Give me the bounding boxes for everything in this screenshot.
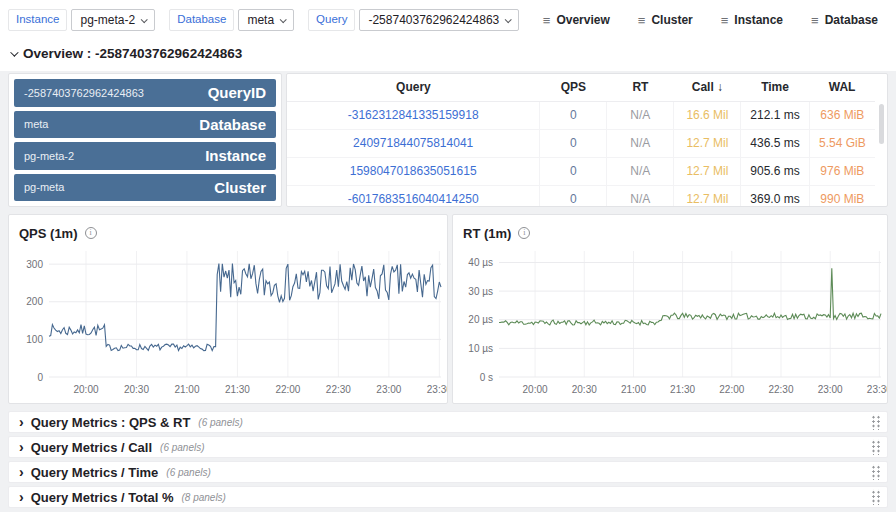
svg-text:20 µs: 20 µs [468,314,493,325]
dashboard-link-overview[interactable]: ≡Overview [543,13,610,27]
row-title: Query Metrics / Total % [31,490,174,505]
chevron-right-icon: › [19,465,24,479]
drag-handle-icon[interactable] [870,414,881,430]
stat-database: metaDatabase [14,111,276,139]
chevron-right-icon: › [19,490,24,504]
link-label: Instance [734,13,783,27]
svg-text:0: 0 [37,372,43,383]
query-link[interactable]: 1598047018635051615 [287,157,540,185]
wal-value: 976 MiB [809,157,875,185]
svg-text:10 µs: 10 µs [468,343,493,354]
variable-label: Instance [8,9,67,31]
rt-value: N/A [607,157,674,185]
time-value: 212.1 ms [741,101,809,129]
svg-text:40 µs: 40 µs [468,257,493,268]
chevron-down-icon [141,16,148,23]
chevron-down-icon [505,16,512,23]
link-label: Cluster [651,13,692,27]
table-scrollbar[interactable] [879,104,884,144]
dashboard-header: Instancepg-meta-2DatabasemetaQuery-25874… [0,0,896,38]
link-label: Overview [556,13,609,27]
table-row: -60176835160404142500N/A12.7 Mil369.0 ms… [287,185,875,207]
stat-cluster: pg-metaCluster [14,174,276,202]
column-header-rt[interactable]: RT [607,74,674,101]
query-info-panel: -2587403762962424863QueryIDmetaDatabasep… [8,73,282,207]
svg-text:20:30: 20:30 [572,384,597,395]
stat-queryid: -2587403762962424863QueryID [14,79,276,107]
variable-select-query[interactable]: -2587403762962424863 [359,9,519,31]
svg-text:21:00: 21:00 [621,384,646,395]
stat-label: Instance [205,147,266,164]
table-row: 15980470186350516150N/A12.7 Mil905.6 ms9… [287,157,875,185]
series-line [49,264,441,351]
rt-value: N/A [607,129,674,157]
svg-text:300: 300 [26,259,43,270]
chart-title: RT (1m)i [453,215,887,243]
info-icon[interactable]: i [518,227,530,239]
column-header-query[interactable]: Query [287,74,540,101]
hamburger-icon: ≡ [543,14,551,27]
time-value: 905.6 ms [741,157,809,185]
hamburger-icon: ≡ [721,14,729,27]
table-row: -31623128413351599180N/A16.6 Mil212.1 ms… [287,101,875,129]
svg-text:20:00: 20:00 [523,384,548,395]
variable-select-instance[interactable]: pg-meta-2 [71,9,155,31]
hamburger-icon: ≡ [811,14,819,27]
info-icon[interactable]: i [85,227,97,239]
row-title: Query Metrics / Call [31,440,152,455]
collapsed-row[interactable]: ›Query Metrics : QPS & RT(6 panels) [8,411,888,433]
query-link[interactable]: -6017683516040414250 [287,185,540,207]
collapsed-row[interactable]: ›Query Metrics / Call(6 panels) [8,436,888,458]
svg-text:200: 200 [26,296,43,307]
stat-value: meta [24,118,48,130]
column-header-time[interactable]: Time [741,74,809,101]
variable-group-database: Databasemeta [169,9,294,31]
column-header-wal[interactable]: WAL [809,74,875,101]
stat-label: QueryID [208,84,266,101]
row-panel-count: (6 panels) [166,467,210,478]
query-link[interactable]: 240971844075814041 [287,129,540,157]
svg-text:100: 100 [26,334,43,345]
chevron-down-icon [280,16,287,23]
table-row: 2409718440758140410N/A12.7 Mil436.5 ms5.… [287,129,875,157]
time-value: 436.5 ms [741,129,809,157]
drag-handle-icon[interactable] [870,439,881,455]
dashboard-link-database[interactable]: ≡Database [811,13,878,27]
svg-text:22:30: 22:30 [326,384,351,395]
chart-plot[interactable]: 20:0020:3021:0021:3022:0022:3023:0023:30… [453,243,887,401]
hamburger-icon: ≡ [638,14,646,27]
svg-text:23:00: 23:00 [376,384,401,395]
variable-label: Query [308,9,355,31]
rt-chart-panel[interactable]: RT (1m)i20:0020:3021:0021:3022:0022:3023… [452,214,888,404]
variable-select-database[interactable]: meta [238,9,294,31]
drag-handle-icon[interactable] [870,489,881,505]
overview-row: -2587403762962424863QueryIDmetaDatabasep… [0,71,896,207]
stat-label: Cluster [214,179,266,196]
column-header-qps[interactable]: QPS [540,74,607,101]
column-header-call[interactable]: Call ↓ [674,74,741,101]
qps-chart-panel[interactable]: QPS (1m)i20:0020:3021:0021:3022:0022:302… [8,214,448,404]
stat-instance: pg-meta-2Instance [14,142,276,170]
rt-value: N/A [607,101,674,129]
stat-value: pg-meta-2 [24,150,74,162]
row-panel-count: (6 panels) [198,417,242,428]
svg-text:23:30: 23:30 [867,384,887,395]
svg-text:20:00: 20:00 [73,384,98,395]
qps-value: 0 [540,101,607,129]
svg-text:21:30: 21:30 [670,384,695,395]
variable-group-instance: Instancepg-meta-2 [8,9,155,31]
collapsed-rows: ›Query Metrics : QPS & RT(6 panels)›Quer… [0,404,896,508]
chevron-right-icon: › [19,415,24,429]
svg-text:22:00: 22:00 [275,384,300,395]
dashboard-link-cluster[interactable]: ≡Cluster [638,13,693,27]
svg-text:21:30: 21:30 [225,384,250,395]
overview-row-header[interactable]: Overview : -2587403762962424863 [0,38,896,71]
query-link[interactable]: -3162312841335159918 [287,101,540,129]
drag-handle-icon[interactable] [870,464,881,480]
collapsed-row[interactable]: ›Query Metrics / Time(6 panels) [8,461,888,483]
collapsed-row[interactable]: ›Query Metrics / Total %(8 panels) [8,486,888,508]
qps-value: 0 [540,157,607,185]
chart-plot[interactable]: 20:0020:3021:0021:3022:0022:3023:0023:30… [9,243,447,401]
dashboard-link-instance[interactable]: ≡Instance [721,13,783,27]
dashboard: Instancepg-meta-2DatabasemetaQuery-25874… [0,0,896,512]
